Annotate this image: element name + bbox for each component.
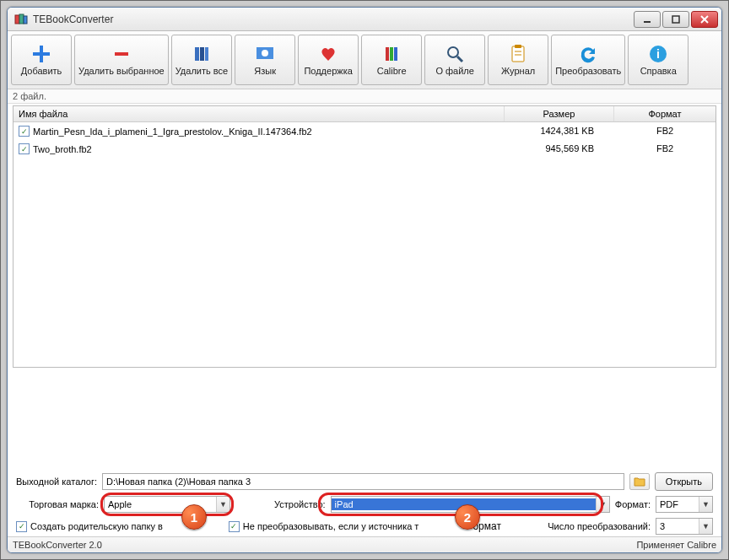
calibre-label: Calibre xyxy=(377,66,407,76)
svg-rect-8 xyxy=(195,47,199,61)
format-label: Формат: xyxy=(615,499,651,509)
about-label: О файле xyxy=(435,66,473,76)
svg-rect-0 xyxy=(15,15,19,24)
heart-icon xyxy=(318,44,338,64)
close-button[interactable] xyxy=(691,11,718,28)
brand-value: Apple xyxy=(105,499,216,509)
journal-button[interactable]: Журнал xyxy=(488,35,548,85)
minimize-button[interactable] xyxy=(634,11,661,28)
svg-rect-15 xyxy=(394,47,397,61)
svg-rect-4 xyxy=(672,16,679,23)
row-checkbox[interactable] xyxy=(19,126,30,137)
row-checkbox[interactable] xyxy=(19,143,30,154)
convert-label: Преобразовать xyxy=(555,66,621,76)
no-convert-label: Не преобразовывать, если у источника т xyxy=(243,521,419,531)
svg-rect-13 xyxy=(386,47,389,61)
support-label: Поддержка xyxy=(304,66,352,76)
bottom-panel: Выходной каталог: D:\Новая папка (2)\Нов… xyxy=(8,467,721,536)
window-title: TEBookConverter xyxy=(33,13,634,25)
svg-point-12 xyxy=(262,50,268,57)
app-window: TEBookConverter Добавить Удалить выбранн… xyxy=(7,7,722,553)
folder-icon xyxy=(634,476,645,487)
status-right: Применяет Calibre xyxy=(636,540,716,550)
plus-icon xyxy=(31,44,51,64)
format-value: PDF xyxy=(656,499,699,509)
svg-point-16 xyxy=(448,47,458,57)
help-label: Справка xyxy=(640,66,677,76)
format-combo[interactable]: PDF ▼ xyxy=(656,496,713,513)
info-icon: i xyxy=(648,44,668,64)
svg-rect-18 xyxy=(512,46,524,62)
calibre-icon xyxy=(381,44,402,64)
file-table: Имя файла Размер Формат Martin_Pesn_lda_… xyxy=(13,105,716,368)
about-button[interactable]: О файле xyxy=(424,35,485,85)
books-icon xyxy=(192,44,212,64)
browse-folder-button[interactable] xyxy=(629,473,650,490)
flag-icon xyxy=(255,44,275,64)
col-format[interactable]: Формат xyxy=(614,106,716,121)
chevron-down-icon: ▼ xyxy=(699,497,712,512)
add-button[interactable]: Добавить xyxy=(11,35,72,85)
svg-rect-10 xyxy=(205,47,208,61)
support-button[interactable]: Поддержка xyxy=(298,35,359,85)
table-header: Имя файла Размер Формат xyxy=(14,106,716,122)
file-count-status: 2 файл. xyxy=(8,89,721,104)
magnifier-icon xyxy=(445,44,465,64)
svg-rect-7 xyxy=(115,52,128,56)
cell-format: FB2 xyxy=(614,142,716,156)
output-dir-field[interactable]: D:\Новая папка (2)\Новая папка 3 xyxy=(102,473,624,490)
app-icon xyxy=(14,13,28,26)
no-convert-tail: ормат xyxy=(472,520,501,532)
table-row[interactable]: Martin_Pesn_lda_i_plameni_1_Igra_prestol… xyxy=(14,122,716,140)
svg-rect-19 xyxy=(515,45,521,48)
no-convert-checkbox[interactable] xyxy=(229,521,240,532)
chevron-down-icon: ▼ xyxy=(216,497,230,512)
journal-label: Журнал xyxy=(501,66,535,76)
maximize-button[interactable] xyxy=(662,11,689,28)
cell-filename: Martin_Pesn_lda_i_plameni_1_Igra_prestol… xyxy=(33,127,312,137)
chevron-down-icon: ▼ xyxy=(699,519,712,534)
conv-count-value: 3 xyxy=(656,521,699,531)
delete-selected-label: Удалить выбранное xyxy=(78,66,165,76)
statusbar: TEBookConverter 2.0 Применяет Calibre xyxy=(8,536,721,552)
create-parent-label: Создать родительскую папку в xyxy=(30,521,163,531)
output-dir-label: Выходной каталог: xyxy=(16,477,97,487)
conv-count-combo[interactable]: 3 ▼ xyxy=(656,518,713,535)
convert-button[interactable]: Преобразовать xyxy=(551,35,625,85)
svg-line-17 xyxy=(457,57,462,62)
minus-icon xyxy=(111,44,132,64)
language-button[interactable]: Язык xyxy=(235,35,295,85)
delete-all-label: Удалить все xyxy=(176,66,228,76)
delete-all-button[interactable]: Удалить все xyxy=(171,35,232,85)
chevron-down-icon: ▼ xyxy=(596,497,609,512)
open-button[interactable]: Открыть xyxy=(655,472,713,491)
conv-count-label: Число преобразований: xyxy=(548,521,651,531)
clipboard-icon xyxy=(508,44,528,64)
device-combo[interactable]: iPad ▼ xyxy=(331,496,610,513)
delete-selected-button[interactable]: Удалить выбранное xyxy=(74,35,169,85)
device-value: iPad xyxy=(332,498,596,510)
col-filename[interactable]: Имя файла xyxy=(14,106,505,121)
titlebar: TEBookConverter xyxy=(8,8,721,31)
table-row[interactable]: Two_broth.fb2 945,569 KB FB2 xyxy=(14,140,716,158)
cell-size: 945,569 KB xyxy=(505,142,614,156)
cell-format: FB2 xyxy=(614,124,716,138)
svg-rect-1 xyxy=(19,14,24,24)
brand-combo[interactable]: Apple ▼ xyxy=(104,496,230,513)
output-dir-value: D:\Новая папка (2)\Новая папка 3 xyxy=(106,477,251,487)
help-button[interactable]: i Справка xyxy=(628,35,688,85)
add-label: Добавить xyxy=(21,66,62,76)
toolbar: Добавить Удалить выбранное Удалить все Я… xyxy=(8,31,721,89)
device-label: Устройство: xyxy=(274,499,326,509)
svg-rect-2 xyxy=(24,16,27,24)
refresh-icon xyxy=(578,44,598,64)
cell-size: 1424,381 KB xyxy=(505,124,614,138)
cell-filename: Two_broth.fb2 xyxy=(33,144,92,154)
calibre-button[interactable]: Calibre xyxy=(361,35,422,85)
svg-rect-9 xyxy=(200,47,204,61)
create-parent-checkbox[interactable] xyxy=(16,521,27,532)
brand-label: Торговая марка: xyxy=(16,499,99,509)
col-size[interactable]: Размер xyxy=(505,106,614,121)
status-left: TEBookConverter 2.0 xyxy=(13,540,636,550)
language-label: Язык xyxy=(254,66,276,76)
